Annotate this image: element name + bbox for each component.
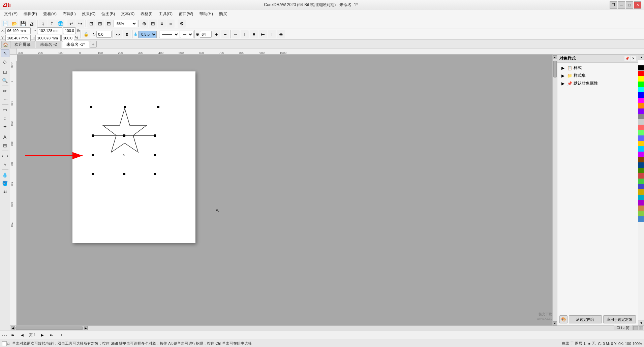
maximize-btn[interactable]: □: [626, 1, 633, 9]
menu-view[interactable]: 查看(V): [40, 10, 59, 18]
menu-layout[interactable]: 布局(L): [60, 10, 79, 18]
flip-v-btn[interactable]: ⇕: [123, 30, 131, 38]
zoom-dropdown[interactable]: 58% 100% 50%: [114, 20, 137, 27]
color-swatch-red[interactable]: [638, 71, 644, 76]
freehand-tool-btn[interactable]: ✏: [1, 87, 9, 95]
add-page-btn[interactable]: +: [57, 331, 65, 339]
color-swatch-dk-gold[interactable]: [638, 189, 644, 195]
menu-file[interactable]: 文件(E): [1, 10, 20, 18]
color-swatch-ltgreen[interactable]: [638, 130, 644, 135]
from-selection-btn[interactable]: 从选定内容: [569, 315, 602, 323]
align-more-btn[interactable]: ⊤: [268, 30, 276, 38]
align-left-btn[interactable]: ⊣: [232, 30, 240, 38]
tab-home[interactable]: 🏠: [1, 41, 9, 48]
color-swatch-plum[interactable]: [638, 200, 644, 206]
dropper-tool-btn[interactable]: 💧: [1, 171, 9, 179]
line-style-select[interactable]: ────: [159, 31, 179, 38]
fit-width-btn[interactable]: ⊞: [96, 20, 104, 28]
menu-tools[interactable]: 工具(O): [156, 10, 175, 18]
color-swatch-olive[interactable]: [638, 168, 644, 173]
connector-tool-btn[interactable]: ⤷: [1, 160, 9, 168]
scroll-thumb-h[interactable]: [16, 326, 83, 330]
panel-close-btn[interactable]: ✕: [631, 56, 636, 61]
zoom-in-canvas-btn[interactable]: +: [639, 326, 643, 330]
color-swatch-tan[interactable]: [638, 206, 644, 211]
font-size-select[interactable]: 0.5 pt: [138, 31, 157, 38]
panel-item-styleset[interactable]: ▶ 📁 样式集: [559, 72, 637, 80]
lock-ratio-btn[interactable]: 🔒: [82, 30, 90, 38]
panel-icon-btn[interactable]: 🎨: [559, 315, 568, 323]
publish-btn[interactable]: 🌐: [56, 20, 64, 28]
color-swatch-yellow[interactable]: [638, 76, 644, 82]
smear-tool-btn[interactable]: ≋: [1, 188, 9, 196]
nav-first-btn[interactable]: ⏮: [9, 331, 17, 339]
color-swatch-green[interactable]: [638, 82, 644, 87]
color-swatch-cyan[interactable]: [638, 87, 644, 92]
flip-h-btn[interactable]: ⇔: [114, 30, 122, 38]
height-input[interactable]: [35, 35, 61, 41]
scroll-left-btn[interactable]: ◀: [11, 326, 15, 330]
ellipse-tool-btn[interactable]: ○: [1, 114, 9, 122]
y-input[interactable]: [5, 35, 31, 41]
menu-bitmap[interactable]: 位图(B): [99, 10, 118, 18]
grid-btn[interactable]: ⊞: [149, 20, 157, 28]
scrollbar-bottom[interactable]: ◀ ▶ CH ♪ 简 − +: [10, 325, 644, 330]
color-swatch-gold[interactable]: [638, 141, 644, 146]
color-swatch-teal[interactable]: [638, 195, 644, 200]
align-center-btn[interactable]: ⊥: [241, 30, 249, 38]
fill-tool-btn[interactable]: 🪣: [1, 179, 9, 187]
print-btn[interactable]: 🖨: [28, 20, 36, 28]
scroll-right-btn[interactable]: ▶: [84, 326, 88, 330]
color-swatch-purple[interactable]: [638, 108, 644, 114]
add-node-btn[interactable]: ⊕: [277, 30, 285, 38]
new-btn[interactable]: 📄: [1, 20, 9, 28]
color-swatch-gray[interactable]: [638, 114, 644, 119]
color-swatch-blue[interactable]: [638, 92, 644, 98]
restore-down-btn[interactable]: ❐: [610, 1, 617, 9]
color-swatch-ltgray[interactable]: [638, 119, 644, 125]
palette-scroll-down[interactable]: ▼: [638, 320, 644, 325]
tab-welcome[interactable]: 欢迎屏幕: [10, 41, 35, 48]
scroll-up-btn[interactable]: ▲: [553, 55, 557, 59]
select-tool-btn[interactable]: ↖: [1, 49, 9, 57]
polygon-tool-btn[interactable]: ✦: [1, 123, 9, 131]
line-width-select[interactable]: ───: [180, 31, 193, 38]
smartdraw-tool-btn[interactable]: 〰: [1, 95, 9, 103]
rotation-input[interactable]: [96, 31, 112, 38]
zoom-tool-btn[interactable]: 🔍: [1, 76, 9, 85]
menu-help[interactable]: 帮助(H): [196, 10, 216, 18]
panel-item-default[interactable]: ▶ 📌 默认对象属性: [559, 80, 637, 87]
scroll-down-btn[interactable]: ▼: [553, 321, 557, 325]
dimension-tool-btn[interactable]: ⟷: [1, 152, 9, 160]
menu-window[interactable]: 窗口(W): [176, 10, 196, 18]
tab-add-btn[interactable]: +: [90, 41, 97, 48]
color-swatch-magenta[interactable]: [638, 98, 644, 103]
snap-btn[interactable]: ⊕: [140, 20, 148, 28]
color-swatch-ltblue[interactable]: [638, 135, 644, 141]
color-swatch-dk-blue[interactable]: [638, 184, 644, 189]
menu-buy[interactable]: 购买: [216, 10, 230, 18]
color-swatch-white[interactable]: [638, 60, 644, 65]
nav-last-btn[interactable]: ⏭: [48, 331, 56, 339]
panel-pin-btn[interactable]: 📌: [624, 56, 630, 61]
crop-tool-btn[interactable]: ⊡: [1, 68, 9, 76]
menu-text[interactable]: 文本(X): [118, 10, 137, 18]
panel-item-style[interactable]: ▶ 📋 样式: [559, 64, 637, 72]
rect-tool-btn[interactable]: ▭: [1, 106, 9, 114]
text-tool-btn[interactable]: A: [1, 133, 9, 141]
distribute-btn[interactable]: ≡: [250, 30, 258, 38]
view-btn[interactable]: ≈: [166, 20, 175, 28]
open-btn[interactable]: 📂: [10, 20, 18, 28]
scroll-thumb-v[interactable]: [553, 61, 557, 77]
table-tool-btn[interactable]: ⊞: [1, 141, 9, 150]
color-swatch-skyblue[interactable]: [638, 146, 644, 152]
node-add-btn[interactable]: +: [212, 30, 220, 38]
apply-to-selection-btn[interactable]: 应用于选定对象: [603, 315, 636, 323]
color-swatch-brown[interactable]: [638, 157, 644, 162]
color-swatch-orange[interactable]: [638, 103, 644, 108]
color-swatch-violet[interactable]: [638, 152, 644, 157]
color-swatch-navy[interactable]: [638, 162, 644, 168]
redo-btn[interactable]: ↪: [76, 20, 84, 28]
x-input[interactable]: [5, 27, 31, 34]
width-pct[interactable]: [63, 27, 76, 34]
